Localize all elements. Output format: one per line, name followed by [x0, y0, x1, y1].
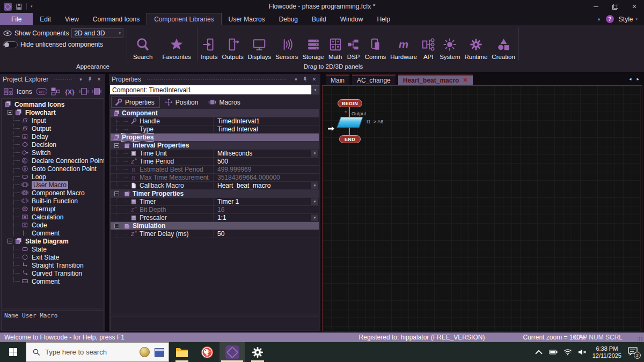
hide-unlicensed-toggle[interactable]: [3, 41, 18, 48]
ribbon-item-hardware[interactable]: mHardware: [388, 25, 419, 63]
output-node[interactable]: [336, 117, 363, 128]
collapse-expander-icon[interactable]: [8, 239, 12, 243]
property-group-timer-properties[interactable]: Timer Properties: [111, 190, 319, 198]
chevron-down-icon[interactable]: ▾: [311, 215, 318, 221]
show-components-dropdown[interactable]: 2D and 3D ▾: [71, 28, 123, 38]
io-filter-icon[interactable]: I/O: [36, 88, 47, 95]
help-icon[interactable]: ?: [606, 15, 614, 23]
tree-item-loop[interactable]: Loop: [2, 173, 104, 181]
panel-menu-caret-icon[interactable]: ▾: [292, 77, 299, 82]
ribbon-item-outputs[interactable]: Outputs: [219, 25, 245, 63]
close-icon[interactable]: ✕: [96, 77, 103, 82]
chevron-down-icon[interactable]: ▾: [311, 198, 318, 205]
property-value[interactable]: 16: [214, 206, 319, 213]
property-group-simulation[interactable]: Simulation: [111, 222, 319, 230]
tree-item-built-in-function[interactable]: Built-in Function: [2, 197, 104, 205]
property-value[interactable]: 499.999969: [214, 166, 319, 173]
ribbon-item-system[interactable]: System: [437, 25, 462, 63]
property-value[interactable]: 500: [214, 158, 319, 165]
search-highlight-box-icon[interactable]: [155, 348, 164, 357]
menu-build[interactable]: Build: [305, 13, 333, 25]
wifi-icon[interactable]: [564, 349, 572, 356]
property-row-time-period[interactable]: ZTime Period500: [111, 158, 319, 166]
tree-item-straight-transition[interactable]: Straight Transition: [2, 261, 104, 269]
tab-position[interactable]: Position: [162, 97, 204, 108]
menu-user-macros[interactable]: User Macros: [222, 13, 272, 25]
tree-item-interrupt[interactable]: INTInterrupt: [2, 205, 104, 213]
volume-muted-icon[interactable]: [578, 349, 587, 356]
property-value[interactable]: Timer 1▾: [214, 198, 319, 205]
tree-item-code[interactable]: CCode: [2, 221, 104, 229]
notification-center[interactable]: 2: [627, 347, 639, 358]
panel-drag-handle[interactable]: [147, 78, 287, 81]
ribbon-item-inputs[interactable]: Inputs: [199, 25, 219, 63]
tree-item-goto-connection-point[interactable]: AGoto Connection Point: [2, 165, 104, 173]
pin-icon[interactable]: [86, 77, 93, 83]
taskbar-clock[interactable]: 6:38 PM 12/11/2025: [592, 345, 621, 359]
restore-button[interactable]: [605, 0, 625, 13]
collapse-expander-icon[interactable]: [114, 224, 119, 228]
property-row-callback-macro[interactable]: Callback MacroHeart_beat_macro▾: [111, 182, 319, 190]
components-filter-icon[interactable]: [51, 87, 60, 95]
tree-item-delay[interactable]: DDelay: [2, 132, 104, 141]
ribbon-item-displays[interactable]: Displays: [246, 25, 273, 63]
menu-edit[interactable]: Edit: [33, 13, 58, 25]
ribbon-item-math[interactable]: Math: [326, 25, 345, 63]
pin-icon[interactable]: [302, 77, 309, 83]
property-value[interactable]: TimedInterval1: [214, 117, 319, 125]
ribbon-item-storage[interactable]: Storage: [300, 25, 326, 63]
chevron-down-icon[interactable]: ▾: [311, 150, 318, 157]
chevron-down-icon[interactable]: ▾: [311, 85, 319, 94]
menu-debug[interactable]: Debug: [272, 13, 305, 25]
ribbon-item-dsp[interactable]: DSP: [345, 25, 363, 63]
taskbar-flowcode[interactable]: [219, 342, 245, 362]
menu-help[interactable]: Help: [370, 13, 397, 25]
property-group-interval-properties[interactable]: Interval Properties: [111, 142, 319, 150]
panel-3d-icon[interactable]: [92, 87, 101, 95]
tree-item-input[interactable]: IInput: [2, 116, 104, 124]
property-row-estimated-best-period[interactable]: REstimated Best Period499.999969: [111, 166, 319, 174]
taskbar-duckduckgo[interactable]: [194, 342, 219, 362]
property-row-time-unit[interactable]: Time UnitMilliseconds▾: [111, 150, 319, 158]
property-value[interactable]: Milliseconds▾: [214, 150, 319, 157]
tree-item-switch[interactable]: Switch: [2, 149, 104, 157]
style-menu[interactable]: Style ▾: [619, 16, 638, 23]
variables-filter-icon[interactable]: {X}: [64, 88, 76, 95]
resize-grip[interactable]: [638, 336, 643, 341]
tree-item-curved-transition[interactable]: Curved Transition: [2, 269, 104, 277]
document-tab-heart-beat-macro[interactable]: Heart_beat_macro✕: [398, 75, 473, 85]
close-button[interactable]: [625, 0, 644, 13]
tree-item-comment[interactable]: Comment: [2, 229, 104, 237]
tray-expand-chevron-icon[interactable]: [535, 349, 543, 356]
icon-grid-icon[interactable]: [4, 88, 13, 95]
menu-view[interactable]: View: [58, 13, 86, 25]
property-value[interactable]: 35184369664.000000: [214, 174, 319, 181]
taskbar-search[interactable]: [26, 342, 169, 362]
tree-item-output[interactable]: OOutput: [2, 124, 104, 132]
search-input[interactable]: [45, 348, 135, 356]
tab-macros[interactable]: Macros: [205, 97, 245, 108]
tree-item-flowchart[interactable]: Flowchart: [2, 108, 104, 116]
taskbar-settings[interactable]: [245, 342, 270, 362]
tree-item-command-icons[interactable]: Command Icons: [2, 100, 104, 108]
tree-item-user-macro[interactable]: User Macro: [2, 181, 104, 189]
collapse-expander-icon[interactable]: [114, 143, 119, 148]
ribbon-item-favourites[interactable]: Favourites: [157, 25, 196, 63]
tree-item-decision[interactable]: Decision: [2, 141, 104, 149]
property-row-handle[interactable]: HandleTimedInterval1: [111, 117, 319, 125]
property-row-prescaler[interactable]: Prescaler1:1▾: [111, 214, 319, 222]
tab-scroll-right-icon[interactable]: ▸: [636, 76, 639, 82]
document-tab-main[interactable]: Main: [326, 75, 349, 85]
document-tab-ac-change[interactable]: AC_change: [352, 75, 396, 85]
minimize-button[interactable]: [586, 0, 605, 13]
begin-node[interactable]: BEGIN: [338, 99, 362, 107]
save-icon[interactable]: [16, 3, 23, 10]
close-tab-icon[interactable]: ✕: [463, 77, 467, 84]
ribbon-item-sensors[interactable]: Sensors: [273, 25, 300, 63]
ribbon-item-comms[interactable]: Comms: [363, 25, 389, 63]
property-row-bit-depth[interactable]: ZBit Depth16: [111, 206, 319, 214]
ribbon-item-search[interactable]: Search: [128, 25, 157, 63]
tree-item-calculation[interactable]: Calculation: [2, 213, 104, 221]
collapse-expander-icon[interactable]: [8, 110, 12, 115]
property-value[interactable]: 1:1▾: [214, 214, 319, 221]
